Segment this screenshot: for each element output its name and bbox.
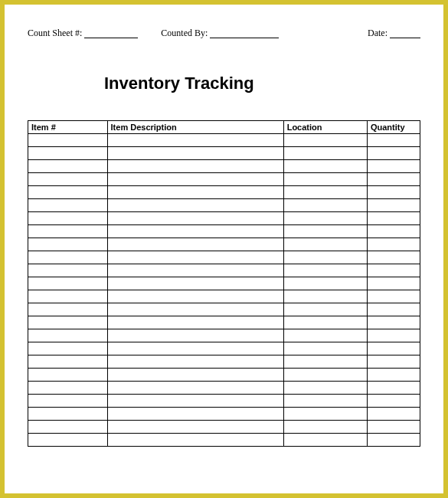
table-cell <box>367 173 420 186</box>
date-label: Date: <box>368 28 388 39</box>
form-header: Count Sheet #: Counted By: Date: <box>28 28 420 39</box>
table-cell <box>28 290 108 303</box>
table-cell <box>28 421 108 434</box>
table-cell <box>28 199 108 212</box>
col-quantity: Quantity <box>367 121 420 134</box>
table-cell <box>28 408 108 421</box>
table-cell <box>107 329 283 342</box>
table-cell <box>367 147 420 160</box>
table-cell <box>367 186 420 199</box>
table-cell <box>367 408 420 421</box>
table-cell <box>367 277 420 290</box>
table-cell <box>367 212 420 225</box>
table-cell <box>367 342 420 355</box>
col-description: Item Description <box>107 121 283 134</box>
table-cell <box>283 199 367 212</box>
table-cell <box>283 277 367 290</box>
table-row <box>28 264 420 277</box>
table-cell <box>107 277 283 290</box>
table-cell <box>107 316 283 329</box>
table-cell <box>283 329 367 342</box>
table-cell <box>107 212 283 225</box>
table-cell <box>283 134 367 147</box>
table-cell <box>367 251 420 264</box>
table-cell <box>28 238 108 251</box>
counted-by-label: Counted By: <box>161 28 208 39</box>
table-cell <box>28 329 108 342</box>
table-cell <box>28 369 108 382</box>
table-cell <box>283 264 367 277</box>
count-sheet-blank <box>84 38 138 38</box>
table-cell <box>107 434 283 447</box>
table-cell <box>28 147 108 160</box>
table-row <box>28 408 420 421</box>
table-cell <box>28 186 108 199</box>
table-cell <box>283 316 367 329</box>
table-cell <box>107 342 283 355</box>
table-row <box>28 212 420 225</box>
table-cell <box>28 434 108 447</box>
table-cell <box>367 355 420 369</box>
table-cell <box>367 434 420 447</box>
table-cell <box>107 355 283 369</box>
table-cell <box>283 238 367 251</box>
table-cell <box>283 147 367 160</box>
table-cell <box>367 316 420 329</box>
table-row <box>28 290 420 303</box>
table-cell <box>283 186 367 199</box>
table-cell <box>367 199 420 212</box>
table-cell <box>367 134 420 147</box>
table-cell <box>107 290 283 303</box>
table-cell <box>107 225 283 238</box>
table-cell <box>28 342 108 355</box>
table-cell <box>107 147 283 160</box>
table-cell <box>28 395 108 408</box>
table-cell <box>283 225 367 238</box>
table-cell <box>367 382 420 395</box>
table-cell <box>28 316 108 329</box>
counted-by-field: Counted By: <box>161 28 279 39</box>
table-cell <box>28 212 108 225</box>
table-cell <box>107 408 283 421</box>
table-cell <box>283 421 367 434</box>
table-row <box>28 147 420 160</box>
table-cell <box>107 251 283 264</box>
table-cell <box>28 160 108 173</box>
table-row <box>28 369 420 382</box>
count-sheet-label: Count Sheet #: <box>28 28 82 39</box>
table-cell <box>28 382 108 395</box>
table-cell <box>28 277 108 290</box>
table-cell <box>283 408 367 421</box>
table-cell <box>367 264 420 277</box>
table-cell <box>367 303 420 316</box>
table-cell <box>107 238 283 251</box>
table-cell <box>283 212 367 225</box>
table-cell <box>367 421 420 434</box>
table-cell <box>107 199 283 212</box>
table-cell <box>107 303 283 316</box>
table-cell <box>28 264 108 277</box>
table-cell <box>283 290 367 303</box>
table-cell <box>367 329 420 342</box>
table-cell <box>107 421 283 434</box>
table-cell <box>367 369 420 382</box>
table-cell <box>107 382 283 395</box>
table-cell <box>107 173 283 186</box>
table-row <box>28 186 420 199</box>
table-cell <box>283 382 367 395</box>
table-cell <box>28 225 108 238</box>
table-cell <box>283 355 367 369</box>
table-row <box>28 316 420 329</box>
table-cell <box>107 264 283 277</box>
table-cell <box>283 395 367 408</box>
table-cell <box>107 369 283 382</box>
table-cell <box>367 395 420 408</box>
table-cell <box>283 342 367 355</box>
table-row <box>28 395 420 408</box>
table-cell <box>28 134 108 147</box>
table-row <box>28 225 420 238</box>
col-location: Location <box>283 121 367 134</box>
table-cell <box>283 251 367 264</box>
table-row <box>28 329 420 342</box>
table-row <box>28 251 420 264</box>
